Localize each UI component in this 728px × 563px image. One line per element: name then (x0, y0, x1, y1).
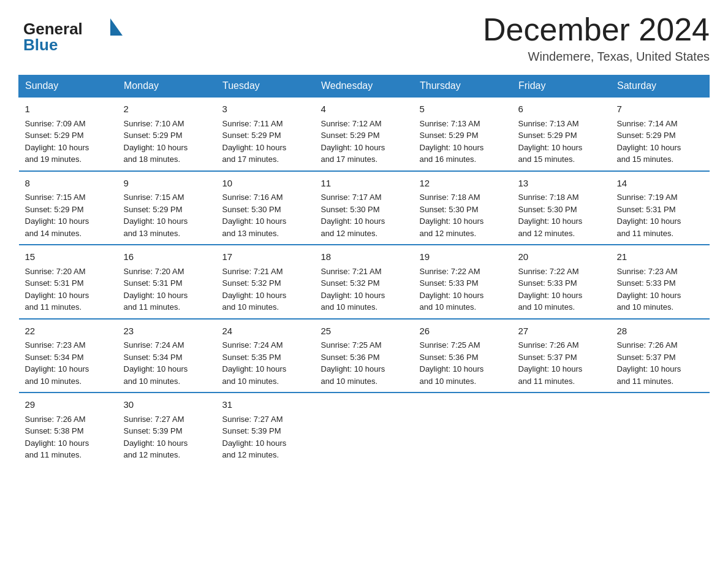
col-tuesday: Tuesday (216, 75, 315, 98)
day-number: 18 (321, 250, 408, 264)
day-number: 2 (124, 102, 210, 117)
calendar-cell: 13 Sunrise: 7:18 AMSunset: 5:30 PMDaylig… (512, 171, 611, 245)
svg-marker-1 (110, 18, 123, 36)
calendar-cell: 25 Sunrise: 7:25 AMSunset: 5:36 PMDaylig… (315, 319, 414, 393)
calendar-cell: 20 Sunrise: 7:22 AMSunset: 5:33 PMDaylig… (512, 245, 611, 319)
calendar-cell (611, 393, 710, 466)
day-number: 14 (617, 177, 703, 191)
day-number: 29 (25, 398, 112, 412)
calendar-cell: 5 Sunrise: 7:13 AMSunset: 5:29 PMDayligh… (414, 97, 512, 171)
calendar-body: 1 Sunrise: 7:09 AMSunset: 5:29 PMDayligh… (19, 97, 710, 466)
calendar-week-row: 15 Sunrise: 7:20 AMSunset: 5:31 PMDaylig… (19, 245, 710, 319)
day-info: Sunrise: 7:20 AMSunset: 5:31 PMDaylight:… (25, 267, 89, 312)
col-wednesday: Wednesday (315, 75, 414, 98)
calendar-cell: 22 Sunrise: 7:23 AMSunset: 5:34 PMDaylig… (19, 319, 118, 393)
day-info: Sunrise: 7:24 AMSunset: 5:35 PMDaylight:… (222, 340, 287, 386)
day-info: Sunrise: 7:19 AMSunset: 5:31 PMDaylight:… (617, 193, 681, 238)
day-number: 9 (124, 177, 210, 191)
day-info: Sunrise: 7:13 AMSunset: 5:29 PMDaylight:… (420, 119, 484, 164)
calendar-cell: 1 Sunrise: 7:09 AMSunset: 5:29 PMDayligh… (19, 97, 118, 171)
calendar-cell: 15 Sunrise: 7:20 AMSunset: 5:31 PMDaylig… (19, 245, 118, 319)
day-number: 1 (25, 102, 112, 117)
day-number: 16 (124, 250, 210, 264)
day-number: 25 (321, 324, 408, 339)
calendar-cell: 29 Sunrise: 7:26 AMSunset: 5:38 PMDaylig… (19, 393, 118, 466)
day-info: Sunrise: 7:25 AMSunset: 5:36 PMDaylight:… (420, 340, 484, 386)
calendar-cell: 17 Sunrise: 7:21 AMSunset: 5:32 PMDaylig… (216, 245, 315, 319)
calendar-cell: 28 Sunrise: 7:26 AMSunset: 5:37 PMDaylig… (611, 319, 710, 393)
day-number: 24 (222, 324, 309, 339)
calendar-cell: 24 Sunrise: 7:24 AMSunset: 5:35 PMDaylig… (216, 319, 315, 393)
calendar-cell: 2 Sunrise: 7:10 AMSunset: 5:29 PMDayligh… (118, 97, 216, 171)
day-info: Sunrise: 7:18 AMSunset: 5:30 PMDaylight:… (518, 193, 583, 238)
day-info: Sunrise: 7:13 AMSunset: 5:29 PMDaylight:… (518, 119, 583, 164)
title-section: December 2024 Windemere, Texas, United S… (483, 12, 710, 64)
day-info: Sunrise: 7:12 AMSunset: 5:29 PMDaylight:… (321, 119, 385, 164)
day-info: Sunrise: 7:26 AMSunset: 5:37 PMDaylight:… (518, 340, 583, 386)
day-number: 5 (420, 102, 506, 117)
calendar-cell: 31 Sunrise: 7:27 AMSunset: 5:39 PMDaylig… (216, 393, 315, 466)
day-number: 10 (222, 177, 309, 191)
day-info: Sunrise: 7:27 AMSunset: 5:39 PMDaylight:… (222, 415, 287, 460)
day-info: Sunrise: 7:11 AMSunset: 5:29 PMDaylight:… (222, 119, 287, 164)
location: Windemere, Texas, United States (483, 50, 710, 64)
col-monday: Monday (118, 75, 216, 98)
calendar-cell: 19 Sunrise: 7:22 AMSunset: 5:33 PMDaylig… (414, 245, 512, 319)
calendar-cell: 18 Sunrise: 7:21 AMSunset: 5:32 PMDaylig… (315, 245, 414, 319)
col-saturday: Saturday (611, 75, 710, 98)
day-info: Sunrise: 7:22 AMSunset: 5:33 PMDaylight:… (518, 267, 583, 312)
calendar-cell (315, 393, 414, 466)
col-friday: Friday (512, 75, 611, 98)
day-number: 30 (124, 398, 210, 412)
calendar-cell: 6 Sunrise: 7:13 AMSunset: 5:29 PMDayligh… (512, 97, 611, 171)
day-info: Sunrise: 7:15 AMSunset: 5:29 PMDaylight:… (25, 193, 89, 238)
calendar-week-row: 29 Sunrise: 7:26 AMSunset: 5:38 PMDaylig… (19, 393, 710, 466)
calendar-cell: 16 Sunrise: 7:20 AMSunset: 5:31 PMDaylig… (118, 245, 216, 319)
month-title: December 2024 (483, 12, 710, 47)
calendar-table: Sunday Monday Tuesday Wednesday Thursday… (18, 75, 710, 466)
day-number: 13 (518, 177, 605, 191)
day-number: 17 (222, 250, 309, 264)
day-number: 7 (617, 102, 703, 117)
day-info: Sunrise: 7:23 AMSunset: 5:34 PMDaylight:… (25, 340, 89, 386)
calendar-cell: 27 Sunrise: 7:26 AMSunset: 5:37 PMDaylig… (512, 319, 611, 393)
day-number: 26 (420, 324, 506, 339)
day-info: Sunrise: 7:10 AMSunset: 5:29 PMDaylight:… (124, 119, 188, 164)
col-thursday: Thursday (414, 75, 512, 98)
day-info: Sunrise: 7:26 AMSunset: 5:38 PMDaylight:… (25, 415, 89, 460)
day-number: 20 (518, 250, 605, 264)
day-number: 11 (321, 177, 408, 191)
day-info: Sunrise: 7:09 AMSunset: 5:29 PMDaylight:… (25, 119, 89, 164)
day-info: Sunrise: 7:23 AMSunset: 5:33 PMDaylight:… (617, 267, 681, 312)
calendar-cell (414, 393, 512, 466)
day-number: 4 (321, 102, 408, 117)
calendar-cell: 10 Sunrise: 7:16 AMSunset: 5:30 PMDaylig… (216, 171, 315, 245)
day-number: 3 (222, 102, 309, 117)
day-info: Sunrise: 7:21 AMSunset: 5:32 PMDaylight:… (222, 267, 287, 312)
day-number: 12 (420, 177, 506, 191)
day-info: Sunrise: 7:20 AMSunset: 5:31 PMDaylight:… (124, 267, 188, 312)
logo-svg: General Blue (18, 12, 129, 55)
day-number: 21 (617, 250, 703, 264)
col-sunday: Sunday (19, 75, 118, 98)
day-number: 27 (518, 324, 605, 339)
header-row: Sunday Monday Tuesday Wednesday Thursday… (19, 75, 710, 98)
calendar-cell: 7 Sunrise: 7:14 AMSunset: 5:29 PMDayligh… (611, 97, 710, 171)
day-number: 15 (25, 250, 112, 264)
calendar-cell: 4 Sunrise: 7:12 AMSunset: 5:29 PMDayligh… (315, 97, 414, 171)
calendar-cell: 12 Sunrise: 7:18 AMSunset: 5:30 PMDaylig… (414, 171, 512, 245)
calendar-week-row: 1 Sunrise: 7:09 AMSunset: 5:29 PMDayligh… (19, 97, 710, 171)
day-info: Sunrise: 7:26 AMSunset: 5:37 PMDaylight:… (617, 340, 681, 386)
day-number: 28 (617, 324, 703, 339)
calendar-cell: 3 Sunrise: 7:11 AMSunset: 5:29 PMDayligh… (216, 97, 315, 171)
day-info: Sunrise: 7:17 AMSunset: 5:30 PMDaylight:… (321, 193, 385, 238)
day-info: Sunrise: 7:16 AMSunset: 5:30 PMDaylight:… (222, 193, 287, 238)
calendar-week-row: 8 Sunrise: 7:15 AMSunset: 5:29 PMDayligh… (19, 171, 710, 245)
calendar-cell: 9 Sunrise: 7:15 AMSunset: 5:29 PMDayligh… (118, 171, 216, 245)
day-number: 31 (222, 398, 309, 412)
calendar-week-row: 22 Sunrise: 7:23 AMSunset: 5:34 PMDaylig… (19, 319, 710, 393)
page-header: General Blue December 2024 Windemere, Te… (18, 12, 710, 64)
day-info: Sunrise: 7:21 AMSunset: 5:32 PMDaylight:… (321, 267, 385, 312)
day-info: Sunrise: 7:14 AMSunset: 5:29 PMDaylight:… (617, 119, 681, 164)
day-number: 6 (518, 102, 605, 117)
